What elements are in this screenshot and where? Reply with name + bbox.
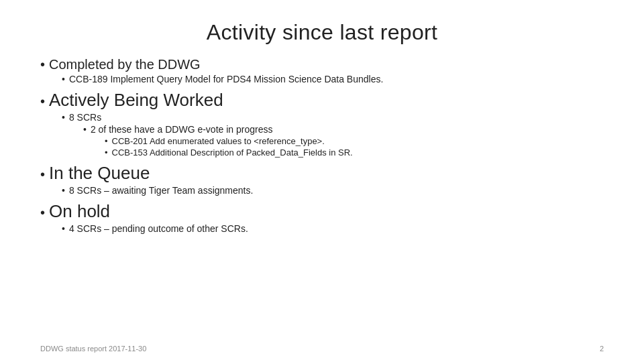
slide-title: Activity since last report [40,20,604,45]
ccb189-label: CCB-189 Implement Query Model for PDS4 M… [69,74,383,84]
bullet-l1-completed: • Completed by the DDWG [40,57,604,72]
bullet-l1-queue: • In the Queue [40,163,604,184]
footer: DDWG status report 2017-11-30 2 [40,345,604,353]
section-onhold-label: On hold [49,201,110,222]
footer-left: DDWG status report 2017-11-30 [40,345,146,353]
4scrs-label: 4 SCRs – pending outcome of other SCRs. [69,223,248,234]
ccb201-label: CCB-201 Add enumerated values to <refere… [112,136,325,146]
bullet-dot: • [40,57,45,72]
bullet-dot: • [105,136,108,146]
bullet-dot: • [40,205,45,221]
bullet-dot: • [83,124,87,135]
bullet-l1-actively: • Actively Being Worked [40,90,604,111]
section-onhold: • On hold • 4 SCRs – pending outcome of … [40,201,604,235]
section-completed-label: Completed by the DDWG [49,57,201,72]
bullet-dot: • [40,167,45,182]
bullet-dot: • [62,112,65,123]
bullet-l4-ccb201: • CCB-201 Add enumerated values to <refe… [105,136,604,146]
section-completed: • Completed by the DDWG • CCB-189 Implem… [40,57,604,86]
section-queue: • In the Queue • 8 SCRs – awaiting Tiger… [40,163,604,197]
bullet-l2-4scrs: • 4 SCRs – pending outcome of other SCRs… [62,223,604,234]
2of-label: 2 of these have a DDWG e-vote in progres… [91,124,273,135]
bullet-l2-8scrs: • 8 SCRs [62,112,604,123]
content-area: • Completed by the DDWG • CCB-189 Implem… [40,57,604,342]
8scrs-label: 8 SCRs [69,112,101,123]
bullet-dot: • [105,147,108,158]
section-queue-label: In the Queue [49,163,150,184]
bullet-dot: • [62,185,65,196]
bullet-l4-ccb153: • CCB-153 Additional Description of Pack… [105,147,604,158]
bullet-l3-2of: • 2 of these have a DDWG e-vote in progr… [83,124,604,135]
bullet-dot: • [62,223,65,234]
bullet-dot: • [40,94,45,109]
section-actively: • Actively Being Worked • 8 SCRs • 2 of … [40,90,604,159]
bullet-l1-onhold: • On hold [40,201,604,222]
8scrs-queue-label: 8 SCRs – awaiting Tiger Team assignments… [69,185,253,196]
footer-right: 2 [600,345,604,353]
bullet-dot: • [62,74,65,84]
ccb153-label: CCB-153 Additional Description of Packed… [112,147,353,158]
section-actively-label: Actively Being Worked [49,90,223,111]
slide-container: Activity since last report • Completed b… [0,0,644,362]
bullet-l2-ccb189: • CCB-189 Implement Query Model for PDS4… [62,74,604,84]
bullet-l2-8scrs-queue: • 8 SCRs – awaiting Tiger Team assignmen… [62,185,604,196]
